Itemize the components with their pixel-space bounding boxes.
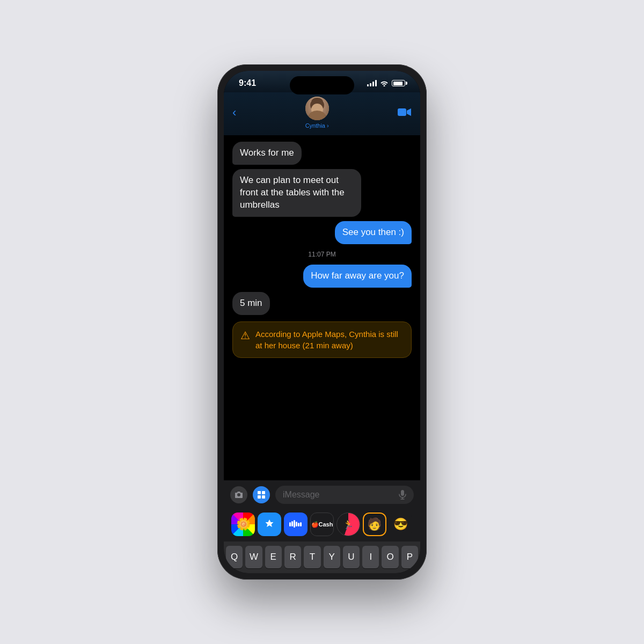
key-t[interactable]: T [304, 546, 320, 568]
svg-rect-7 [258, 491, 261, 494]
svg-rect-6 [398, 108, 406, 116]
battery-icon [392, 80, 405, 86]
message-5-min: 5 min [232, 292, 270, 315]
contact-name[interactable]: Cynthia › [305, 122, 329, 129]
key-q[interactable]: Q [226, 546, 243, 568]
keyboard-row-1: Q W E R T Y U I O P [226, 546, 418, 568]
svg-rect-9 [258, 495, 261, 499]
photos-app-icon[interactable]: 🌼 [231, 513, 255, 536]
message-input[interactable]: iMessage [275, 486, 414, 504]
svg-rect-14 [289, 522, 291, 526]
wifi-icon [380, 80, 389, 86]
svg-rect-11 [401, 490, 404, 496]
app-store-icon[interactable] [258, 513, 281, 536]
svg-rect-10 [262, 495, 265, 499]
phone-device: 9:41 ‹ [217, 64, 427, 580]
video-call-button[interactable] [398, 107, 412, 119]
timestamp-1107: 11:07 PM [232, 251, 412, 258]
input-bar: iMessage [224, 480, 420, 509]
signal-icon [367, 80, 377, 86]
svg-rect-15 [291, 521, 293, 526]
apple-cash-icon[interactable]: 🍎Cash [310, 513, 334, 536]
fitness-icon[interactable]: 🏃 [336, 513, 360, 536]
app-icons-row: 🌼 🍎Cash 🏃 [224, 509, 420, 541]
key-w[interactable]: W [245, 546, 262, 568]
key-p[interactable]: P [401, 546, 418, 568]
camera-button[interactable] [230, 486, 247, 503]
message-how-far: How far away are you? [303, 265, 412, 288]
microphone-icon [399, 490, 406, 500]
apple-maps-alert: ⚠ According to Apple Maps, Cynthia is st… [232, 321, 412, 358]
svg-rect-8 [262, 491, 265, 494]
contact-chevron: › [327, 122, 329, 129]
svg-point-4 [310, 101, 316, 109]
messages-area: Works for me We can plan to meet out fro… [224, 135, 420, 480]
message-see-you-then: See you then :) [335, 221, 412, 244]
svg-rect-16 [294, 520, 295, 528]
memoji-1-icon[interactable]: 🧑 [363, 513, 386, 536]
key-o[interactable]: O [382, 546, 398, 568]
avatar-image [305, 97, 329, 120]
key-e[interactable]: E [265, 546, 282, 568]
svg-point-5 [319, 101, 324, 109]
status-bar: 9:41 [224, 71, 420, 92]
dynamic-island [290, 76, 354, 94]
memoji-2-icon[interactable]: 😎 [389, 513, 412, 536]
key-u[interactable]: U [343, 546, 360, 568]
phone-screen: 9:41 ‹ [224, 71, 420, 573]
keyboard: Q W E R T Y U I O P [224, 541, 420, 573]
status-icons [367, 80, 405, 86]
svg-point-0 [308, 111, 327, 120]
alert-icon: ⚠ [240, 329, 250, 342]
key-r[interactable]: R [284, 546, 301, 568]
svg-rect-17 [296, 522, 297, 526]
contact-info[interactable]: Cynthia › [305, 97, 329, 129]
key-y[interactable]: Y [324, 546, 340, 568]
status-time: 9:41 [239, 78, 256, 88]
soundcloud-icon[interactable] [284, 513, 308, 536]
alert-text: According to Apple Maps, Cynthia is stil… [255, 328, 404, 351]
avatar [305, 97, 329, 120]
apps-button[interactable] [253, 486, 270, 503]
message-works-for-me: Works for me [232, 142, 302, 165]
svg-rect-18 [298, 523, 299, 526]
svg-rect-19 [300, 522, 302, 526]
chat-header: ‹ [224, 92, 420, 135]
key-i[interactable]: I [362, 546, 379, 568]
imessage-placeholder: iMessage [283, 490, 319, 500]
back-button[interactable]: ‹ [232, 106, 236, 120]
message-meet-out-front: We can plan to meet out front at the tab… [232, 169, 361, 217]
